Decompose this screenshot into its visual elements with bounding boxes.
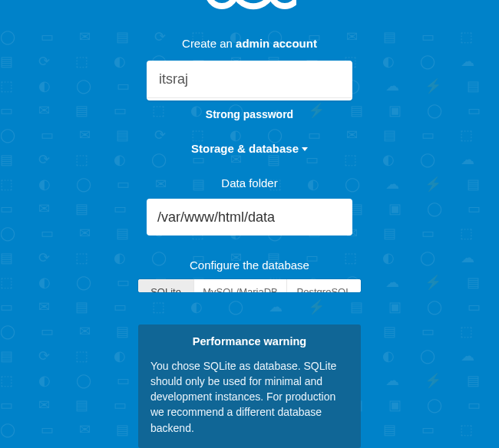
- db-tab-mysql[interactable]: MySQL/MariaDB: [193, 279, 286, 292]
- db-tab-postgresql[interactable]: PostgreSQL: [286, 279, 361, 292]
- heading-bold: admin account: [236, 37, 317, 50]
- warning-body: You chose SQLite as database. SQLite sho…: [150, 358, 349, 436]
- warning-title: Performance warning: [150, 335, 349, 348]
- admin-username-input[interactable]: [147, 61, 352, 97]
- db-tab-sqlite[interactable]: SQLite: [138, 279, 193, 292]
- storage-toggle-label: Storage & database: [191, 142, 299, 155]
- database-tabs: SQLite MySQL/MariaDB PostgreSQL: [138, 279, 361, 292]
- create-admin-heading: Create an admin account: [182, 37, 317, 50]
- configure-database-label: Configure the database: [190, 259, 309, 272]
- admin-password-input[interactable]: [147, 98, 352, 100]
- heading-prefix: Create an: [182, 37, 236, 50]
- admin-form: [147, 61, 352, 100]
- password-strength-label: Strong password: [206, 108, 293, 120]
- data-folder-field-wrap: [147, 199, 352, 236]
- app-logo: [221, 0, 279, 6]
- storage-database-toggle[interactable]: Storage & database: [191, 142, 308, 155]
- caret-down-icon: [302, 147, 308, 151]
- data-folder-label: Data folder: [221, 176, 277, 189]
- performance-warning-panel: Performance warning You chose SQLite as …: [138, 324, 361, 448]
- data-folder-input[interactable]: [147, 199, 352, 236]
